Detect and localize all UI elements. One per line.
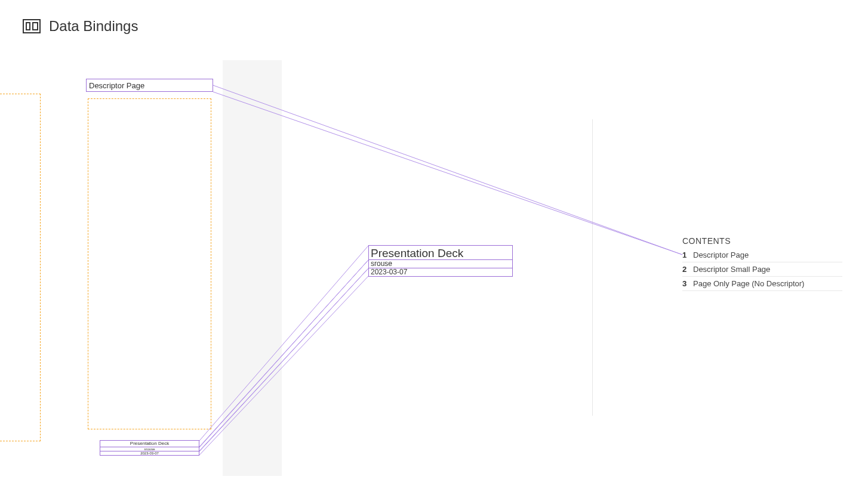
contents-row[interactable]: 1 Descriptor Page: [682, 248, 842, 262]
contents-row[interactable]: 3 Page Only Page (No Descriptor): [682, 277, 842, 291]
contents-panel: CONTENTS 1 Descriptor Page 2 Descriptor …: [682, 236, 842, 291]
center-author-field[interactable]: srouse: [368, 259, 513, 268]
center-date-field[interactable]: 2023-03-07: [368, 268, 513, 277]
center-title-field[interactable]: Presentation Deck: [368, 245, 513, 260]
header: Data Bindings: [23, 18, 138, 35]
contents-label: Descriptor Small Page: [693, 265, 842, 274]
dashed-region-partial: [0, 94, 41, 441]
contents-num: 1: [682, 250, 693, 259]
footer-date-field[interactable]: 2023-03-07: [100, 451, 199, 456]
contents-num: 2: [682, 265, 693, 274]
contents-num: 3: [682, 279, 693, 288]
data-bindings-icon: [23, 19, 41, 33]
page-title: Data Bindings: [49, 18, 138, 35]
contents-label: Descriptor Page: [693, 250, 842, 259]
contents-heading: CONTENTS: [682, 236, 842, 246]
contents-row[interactable]: 2 Descriptor Small Page: [682, 262, 842, 277]
vertical-divider: [592, 119, 593, 416]
descriptor-field[interactable]: Descriptor Page: [86, 79, 213, 92]
dashed-region-body: [88, 98, 211, 429]
contents-label: Page Only Page (No Descriptor): [693, 279, 842, 288]
